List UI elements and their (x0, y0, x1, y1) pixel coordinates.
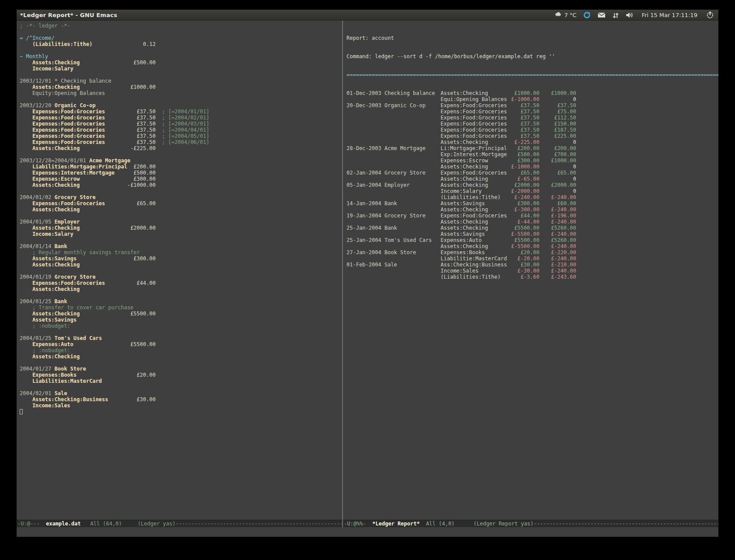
buffer-line (20, 96, 342, 102)
buffer-line: Liabilities:Mortgage:Principal £200.00 (20, 164, 342, 170)
modeline-left[interactable]: -U:@--- example.dat All (64,0) (Ledger y… (17, 520, 342, 527)
buffer-line: Expenses:Food:Groceries £37.50 ; [=2004/… (20, 108, 342, 115)
ledger-file-window: ; -*- ledger -*-= /^Income/ (Liabilities… (17, 21, 342, 527)
register-row: 14-Jan-2004 BankAssets:Savings£300.00£60… (346, 200, 718, 206)
top-panel: *Ledger Report* - GNU Emacs 7 °C (17, 10, 718, 21)
register-row: Assets:Checking£-225.000 (346, 139, 718, 145)
buffer-line: Expenses:Food:Groceries £37.50 ; [=2004/… (20, 139, 342, 145)
modeline-major-mode: (Ledger yas) (138, 521, 176, 527)
modeline-buffer-name: *Ledger Report* (372, 521, 420, 527)
buffer-line: Assets:Checking:Business £30.00 (20, 396, 342, 402)
modeline-right[interactable]: -U:@%%- *Ledger Report* All (4,0) (Ledge… (343, 520, 718, 527)
buffer-line: Assets:Checking (20, 286, 342, 292)
buffer-line: Expenses:Food:Groceries £44.00 (20, 280, 342, 286)
register-row: Liabilitie:MasterCard£-20.00£-240.00 (346, 256, 718, 262)
buffer-line: 2004/01/02 Grocery Store (20, 194, 342, 200)
buffer-line: Assets:Checking £1000.00 (20, 84, 342, 90)
buffer-line (20, 188, 342, 194)
buffer-line: Assets:Checking -£1000.00 (20, 182, 342, 188)
clock[interactable]: Fri 15 Mar 17:11:19 (642, 12, 697, 18)
volume-icon[interactable] (625, 11, 634, 19)
buffer-line: 2004/01/25 Bank (20, 298, 342, 304)
report-command-line: Command: ledger --sort d -f /home/borbus… (346, 53, 718, 60)
buffer-line (20, 213, 342, 219)
buffer-line: Expenses:Food:Groceries £65.00 (20, 200, 342, 206)
buffer-line: Expenses:Books £20.00 (20, 372, 342, 378)
buffer-line (20, 151, 342, 158)
register-row: (Liabilities:Tithe)£-240.00£-240.00 (346, 194, 718, 200)
register-row: Equi:Opening Balances£-1000.000 (346, 96, 718, 102)
register-row: 25-Jan-2004 Tom's Used CarsExpenses:Auto… (346, 237, 718, 243)
register-row: 01-Feb-2004 SaleAss:Checking:Business£30… (346, 262, 718, 268)
buffer-line: ; -*- ledger -*- (20, 23, 342, 29)
register-row: 20-Dec-2003 Organic Co-opExpens:Food:Gro… (346, 102, 718, 108)
register-row: Expens:Food:Groceries£37.50£112.50 (346, 115, 718, 121)
register-row: Expens:Food:Groceries£37.50£150.00 (346, 121, 718, 127)
buffer-line: Assets:Savings (20, 317, 342, 323)
buffer-line (20, 72, 342, 78)
buffer-line: Expenses:Escrow £300.00 (20, 176, 342, 182)
register-row: Expens:Food:Groceries£37.50£75.00 (346, 108, 718, 115)
buffer-line: 2004/02/01 Sale (20, 390, 342, 396)
buffer-line: ; Regular monthly savings transfer (20, 249, 342, 256)
emacs-frame: ; -*- ledger -*-= /^Income/ (Liabilities… (17, 21, 718, 537)
ledger-file-buffer[interactable]: ; -*- ledger -*-= /^Income/ (Liabilities… (17, 21, 342, 520)
ledger-report-window: Report: account Command: ledger --sort d… (343, 21, 718, 527)
register-row: Assets:Checking£-5500.00£-240.00 (346, 243, 718, 249)
temperature-label: 7 °C (564, 12, 577, 18)
emacs-screen: *Ledger Report* - GNU Emacs 7 °C (17, 10, 718, 537)
register-row: 25-Jan-2004 BankAssets:Checking£5500.00£… (346, 225, 718, 231)
buffer-line (20, 268, 342, 274)
buffer-line: 2004/01/25 Tom's Used Cars (20, 335, 342, 341)
buffer-line: Income:Sales (20, 402, 342, 409)
buffer-line: (Liabilities:Tithe) 0.12 (20, 41, 342, 47)
register-row: 01-Dec-2003 Checking balanceAssets:Check… (346, 90, 718, 96)
register-row: Assets:Checking£-300.00£-240.00 (346, 206, 718, 213)
buffer-line: Assets:Checking (20, 206, 342, 213)
modeline-buffer-name: example.dat (46, 521, 80, 527)
buffer-line (20, 329, 342, 335)
register-row: Assets:Checking£-1000.000 (346, 164, 718, 170)
register-row: 05-Jan-2004 EmployerAssets:Checking£2000… (346, 182, 718, 188)
buffer-line: Equity:Opening Balances (20, 90, 342, 96)
register-row: 28-Dec-2003 Acme MortgageLi:Mortgage:Pri… (346, 145, 718, 151)
buffer-line: Income:Salary (20, 66, 342, 72)
buffer-line: 2004/01/19 Grocery Store (20, 274, 342, 280)
ledger-report-buffer[interactable]: Report: account Command: ledger --sort d… (343, 21, 718, 520)
system-tray: 7 °C Fri 15 Mar 17:11:19 (554, 11, 714, 19)
window-split: ; -*- ledger -*-= /^Income/ (Liabilities… (17, 21, 718, 527)
window-title: *Ledger Report* - GNU Emacs (20, 12, 117, 18)
buffer-line: Assets:Checking (20, 354, 342, 360)
register-row: 02-Jan-2004 Grocery StoreExpens:Food:Gro… (346, 170, 718, 176)
buffer-line (20, 384, 342, 390)
buffer-line: ~ Monthly (20, 53, 342, 60)
buffer-line: 2003/12/20 Organic Co-op (20, 102, 342, 108)
buffer-line: Assets:Checking (20, 262, 342, 268)
echo-area[interactable] (17, 527, 718, 537)
buffer-line: Assets:Savings £300.00 (20, 256, 342, 262)
buffer-line: ; :nobudget: (20, 323, 342, 329)
buffer-line: Expenses:Food:Groceries £37.50 ; [=2004/… (20, 127, 342, 133)
mail-icon[interactable] (597, 12, 606, 18)
weather-indicator[interactable]: 7 °C (554, 12, 577, 18)
buffer-line: 2003/12/01 * Checking balance (20, 78, 342, 84)
buffer-line (20, 29, 342, 35)
register-row: Exp:Interest:Mortgage£500.00£700.00 (346, 151, 718, 158)
register-row: Income:Sales£-30.00£-240.00 (346, 268, 718, 274)
weather-cloud-icon (554, 12, 562, 18)
buffer-line (20, 292, 342, 298)
register-row: (Liabilities:Tithe)£-3.60£-243.60 (346, 274, 718, 280)
register-row: Expens:Food:Groceries£37.50£225.00 (346, 133, 718, 139)
buffer-line: Assets:Checking £5500.00 (20, 311, 342, 317)
register-row: 19-Jan-2004 Grocery StoreExpens:Food:Gro… (346, 213, 718, 219)
network-arrows-icon[interactable] (612, 11, 619, 19)
buffer-line: = /^Income/ (20, 35, 342, 41)
register-row: 27-Jan-2004 Book StoreExpenses:Books£20.… (346, 249, 718, 256)
buffer-line: Expenses:Interest:Mortgage £500.00 (20, 170, 342, 176)
buffer-line: ; :nobudget: (20, 347, 342, 354)
buffer-line (20, 409, 342, 415)
refresh-icon[interactable] (583, 11, 591, 19)
buffer-line: Expenses:Food:Groceries £37.50 ; [=2004/… (20, 115, 342, 121)
power-icon[interactable] (706, 11, 714, 19)
buffer-line: Assets:Checking £500.00 (20, 60, 342, 66)
